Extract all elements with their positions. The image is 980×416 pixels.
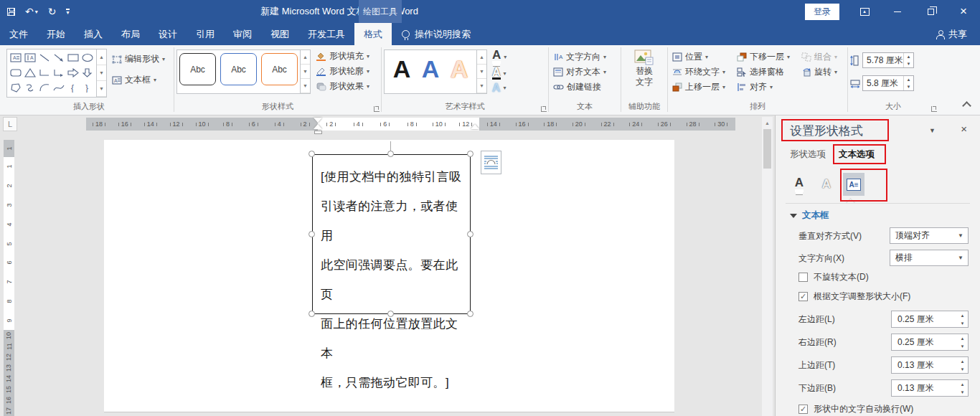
shape-style-scrollbar[interactable]: ▲ ▼ ▼ [300,50,310,93]
scrollbar-thumb[interactable] [763,129,771,169]
wordart-down-icon[interactable]: ▼ [477,65,486,79]
down-arrow-icon[interactable]: ▼ [957,342,968,350]
wordart-gallery[interactable]: A A A ▲ ▼ ▼ [384,49,487,94]
text-effects-icon[interactable]: A [816,173,837,196]
tab-stop-selector[interactable]: L [3,117,17,131]
tab-references[interactable]: 引用 [187,23,224,45]
arc-shape-icon[interactable] [37,80,52,95]
shape-styles-dialog-launcher-icon[interactable] [374,106,380,112]
left-brace-shape-icon[interactable]: { [66,80,80,95]
shape-width-input[interactable]: 5.8 厘米 ▲▼ [862,75,914,91]
wrap-text-button[interactable]: 环绕文字▾ [670,65,727,80]
textbox-button[interactable]: A 文本框▾ [110,72,167,88]
style-more-icon[interactable]: ▼ [301,79,310,93]
width-down-icon[interactable]: ▼ [904,83,913,90]
arrow-shape-icon[interactable] [52,50,66,65]
down-arrow-icon[interactable]: ▼ [957,319,968,327]
text-fill-button[interactable]: A▾ [490,48,509,65]
selection-handle[interactable] [308,151,315,157]
collapse-ribbon-icon[interactable] [962,101,971,110]
selection-handle[interactable] [387,151,394,157]
position-button[interactable]: 位置▾ [670,49,727,65]
selection-handle[interactable] [387,311,394,317]
shape-style-blue[interactable]: Abc [220,53,257,85]
alt-text-button[interactable]: 替换 文字 [631,47,658,89]
selection-handle[interactable] [467,311,473,317]
selection-handle[interactable] [467,231,473,237]
height-up-icon[interactable]: ▲ [904,53,913,60]
up-arrow-icon[interactable]: ▲ [957,357,968,365]
tab-insert[interactable]: 插入 [75,23,112,45]
tab-home[interactable]: 开始 [37,23,75,45]
down-arrow-icon[interactable]: ▼ [957,365,968,373]
edit-shape-button[interactable]: 编辑形状▾ [110,52,167,67]
selection-handle[interactable] [308,231,315,237]
selection-handle[interactable] [467,151,473,157]
tab-file[interactable]: 文件 [0,23,37,45]
up-arrow-icon[interactable]: ▲ [957,334,968,342]
margin-bottom-input[interactable]: 0.13 厘米 ▲▼ [891,379,969,397]
selection-pane-button[interactable]: 选择窗格 [735,65,792,80]
text-direction-dropdown[interactable]: 横排▼ [890,250,969,266]
align-text-button[interactable]: 对齐文本▾ [551,65,608,80]
right-indent-marker[interactable] [471,124,479,129]
textbox-text[interactable]: [使用文档中的独特引言吸 引读者的注意力，或者使用 此空间强调要点。要在此页 面… [313,155,470,397]
document-scrollbar[interactable]: ▲ [762,117,773,416]
wordart-more-icon[interactable]: ▼ [477,79,486,93]
selected-textbox[interactable]: [使用文档中的独特引言吸 引读者的注意力，或者使用 此空间强调要点。要在此页 面… [312,154,471,314]
margin-top-input[interactable]: 0.13 厘米 ▲▼ [891,356,969,374]
style-up-icon[interactable]: ▲ [301,50,310,65]
gallery-down-icon[interactable]: ▼ [97,65,106,81]
rounded-rectangle-shape-icon[interactable] [9,65,23,80]
text-outline-button[interactable]: A▾ [490,65,509,81]
margin-right-input[interactable]: 0.25 厘米 ▲▼ [891,334,969,351]
height-down-icon[interactable]: ▼ [904,60,913,67]
share-button[interactable]: 共享 [929,23,974,45]
restore-button[interactable] [914,0,947,23]
curve-shape-icon[interactable] [52,80,66,95]
wordart-scrollbar[interactable]: ▲ ▼ ▼ [476,50,486,93]
minimize-button[interactable] [881,0,914,23]
width-up-icon[interactable]: ▲ [904,76,913,83]
create-link-button[interactable]: 创建链接 [551,80,603,95]
elbow-connector-shape-icon[interactable] [37,65,52,80]
up-arrow-icon[interactable]: ▲ [957,380,968,388]
textbox-shape-icon[interactable]: A [9,50,23,65]
tab-format[interactable]: 格式 [354,23,392,45]
down-arrow-shape-icon[interactable] [80,65,95,80]
wordart-black[interactable]: A [387,50,416,88]
rotate-button[interactable]: 旋转▾ [799,65,839,80]
layout-options-button[interactable] [481,151,501,174]
shape-outline-button[interactable]: 形状轮廓▾ [314,64,372,79]
close-button[interactable]: × [947,0,980,23]
pane-close-icon[interactable]: × [961,123,967,135]
tab-design[interactable]: 设计 [149,23,187,45]
wordart-orange[interactable]: A [445,50,473,88]
shape-style-gallery[interactable]: Abc Abc Abc ▲ ▼ ▼ [176,49,311,94]
shape-style-black[interactable]: Abc [179,53,216,85]
tab-layout[interactable]: 布局 [112,23,149,45]
align-button[interactable]: 对齐▾ [735,80,792,95]
line-shape-icon[interactable] [37,50,52,65]
tab-developer[interactable]: 开发工具 [298,23,354,45]
scribble-shape-icon[interactable] [23,80,37,95]
bring-forward-button[interactable]: 上移一层▾ [670,80,727,95]
shape-fill-button[interactable]: 形状填充▾ [314,49,372,64]
left-indent-marker[interactable] [314,131,322,134]
text-direction-button[interactable]: A 文字方向▾ [551,49,608,65]
scroll-up-icon[interactable]: ▲ [762,117,773,128]
wordart-up-icon[interactable]: ▲ [477,50,486,65]
right-arrow-shape-icon[interactable] [66,65,80,80]
vertical-textbox-shape-icon[interactable]: A [23,50,37,65]
size-dialog-launcher-icon[interactable] [931,106,937,112]
ribbon-display-options-button[interactable]: ▴ [848,0,881,23]
wordart-blue[interactable]: A [416,50,445,88]
triangle-shape-icon[interactable] [23,65,37,80]
shape-height-input[interactable]: 5.78 厘米 ▲▼ [862,52,914,68]
down-arrow-icon[interactable]: ▼ [957,388,968,396]
selection-handle[interactable] [308,311,315,317]
shape-style-orange[interactable]: Abc [261,53,298,85]
pane-tab-text-options[interactable]: 文本选项 [839,148,875,161]
style-down-icon[interactable]: ▼ [301,65,310,79]
hanging-indent-marker[interactable] [314,124,322,129]
